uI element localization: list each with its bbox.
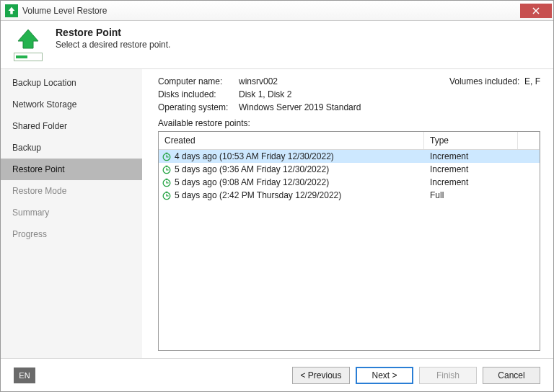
previous-button[interactable]: < Previous	[292, 367, 350, 384]
wizard-footer: EN < Previous Next > Finish Cancel	[1, 358, 553, 391]
restore-point-row[interactable]: 4 days ago (10:53 AM Friday 12/30/2022)I…	[159, 150, 540, 163]
sidebar-step-backup[interactable]: Backup	[1, 137, 142, 159]
os-label: Operating system:	[158, 102, 239, 112]
close-icon	[532, 7, 540, 14]
row-type: Increment	[424, 164, 540, 174]
info-computer-name: Computer name: winsrv002 Volumes include…	[158, 76, 540, 86]
computer-name-label: Computer name:	[158, 76, 239, 86]
page-title: Restore Point	[56, 27, 170, 38]
restore-point-icon	[162, 164, 172, 174]
wizard-sidebar: Backup LocationNetwork StorageShared Fol…	[1, 69, 142, 358]
row-created: 5 days ago (2:42 PM Thursday 12/29/2022)	[175, 190, 424, 201]
wizard-body: Backup LocationNetwork StorageShared Fol…	[1, 68, 553, 358]
next-button[interactable]: Next >	[356, 367, 413, 384]
volumes-included-label: Volumes included:	[449, 76, 519, 86]
volumes-included-value: E, F	[524, 76, 540, 86]
finish-button: Finish	[419, 367, 477, 384]
col-header-type[interactable]: Type	[424, 132, 518, 149]
cancel-button[interactable]: Cancel	[483, 367, 540, 384]
close-button[interactable]	[520, 4, 552, 18]
info-disks: Disks included: Disk 1, Disk 2	[158, 89, 540, 99]
restore-point-row[interactable]: 5 days ago (9:08 AM Friday 12/30/2022)In…	[159, 176, 540, 189]
restore-point-icon	[162, 151, 172, 161]
disks-label: Disks included:	[158, 89, 239, 99]
row-type: Increment	[424, 177, 540, 187]
row-created: 5 days ago (9:36 AM Friday 12/30/2022)	[175, 164, 424, 175]
sidebar-step-progress: Progress	[1, 223, 142, 245]
sidebar-step-restore-mode: Restore Mode	[1, 180, 142, 202]
page-subtitle: Select a desired restore point.	[56, 40, 170, 50]
restore-point-icon	[162, 190, 172, 200]
wizard-window: Volume Level Restore Restore Point Selec…	[0, 0, 554, 392]
disks-value: Disk 1, Disk 2	[239, 89, 540, 99]
available-points-label: Available restore points:	[158, 118, 540, 128]
computer-name-value: winsrv002	[239, 76, 449, 86]
col-header-spacer	[518, 132, 540, 149]
sidebar-step-backup-location[interactable]: Backup Location	[1, 72, 142, 94]
row-type: Increment	[424, 151, 540, 161]
titlebar: Volume Level Restore	[1, 1, 553, 21]
restore-icon	[11, 28, 45, 61]
list-body: 4 days ago (10:53 AM Friday 12/30/2022)I…	[159, 150, 540, 350]
wizard-header: Restore Point Select a desired restore p…	[1, 21, 553, 68]
window-title: Volume Level Restore	[22, 6, 520, 16]
restore-points-list: Created Type 4 days ago (10:53 AM Friday…	[158, 131, 540, 351]
progress-glyph	[14, 53, 43, 61]
row-type: Full	[424, 190, 540, 200]
os-value: Windows Server 2019 Standard	[239, 102, 540, 112]
sidebar-step-shared-folder[interactable]: Shared Folder	[1, 115, 142, 137]
list-header: Created Type	[159, 132, 540, 150]
restore-point-row[interactable]: 5 days ago (9:36 AM Friday 12/30/2022)In…	[159, 163, 540, 176]
row-created: 4 days ago (10:53 AM Friday 12/30/2022)	[175, 151, 424, 162]
info-os: Operating system: Windows Server 2019 St…	[158, 102, 540, 112]
app-icon	[5, 4, 18, 17]
language-button[interactable]: EN	[14, 368, 35, 383]
restore-point-row[interactable]: 5 days ago (2:42 PM Thursday 12/29/2022)…	[159, 189, 540, 202]
sidebar-step-restore-point[interactable]: Restore Point	[1, 159, 142, 180]
sidebar-step-network-storage[interactable]: Network Storage	[1, 94, 142, 115]
restore-point-icon	[162, 177, 172, 187]
sidebar-step-summary: Summary	[1, 202, 142, 223]
row-created: 5 days ago (9:08 AM Friday 12/30/2022)	[175, 177, 424, 188]
main-panel: Computer name: winsrv002 Volumes include…	[142, 69, 553, 358]
col-header-created[interactable]: Created	[159, 132, 424, 149]
